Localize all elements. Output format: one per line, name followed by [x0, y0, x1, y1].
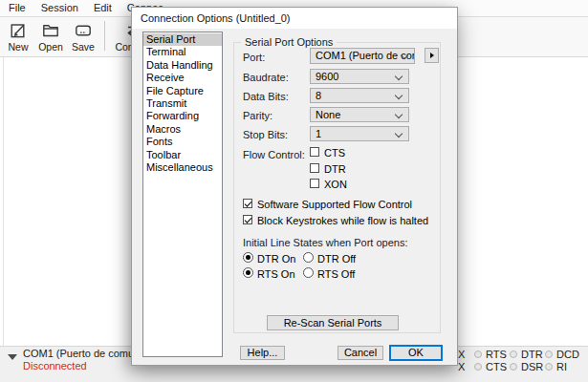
rts-on-label: RTS On: [257, 268, 295, 280]
help-button[interactable]: Help...: [240, 346, 285, 360]
indicator-label: DTR: [521, 349, 543, 360]
indicator-label: X: [458, 361, 465, 372]
parity-value: None: [316, 109, 340, 120]
indicator-label: DCD: [556, 349, 579, 360]
dialog-title: Connection Options (Untitled_0): [132, 8, 457, 29]
ri-led-icon: [545, 363, 553, 371]
software-flow-control-label: Software Supported Flow Control: [257, 199, 412, 210]
chevron-down-icon: [395, 91, 403, 98]
indicator-rts: RTS: [474, 349, 507, 359]
new-document-icon: [9, 21, 28, 40]
block-keystrokes-checkbox[interactable]: [243, 215, 252, 224]
chevron-down-icon: [395, 72, 403, 79]
open-folder-icon: [41, 21, 60, 40]
save-button[interactable]: Save: [67, 17, 99, 56]
stop-bits-label: Stop Bits:: [243, 129, 288, 140]
rts-led-icon: [474, 350, 482, 358]
stop-bits-combobox[interactable]: 1: [310, 126, 409, 141]
rescan-serial-ports-button[interactable]: Re-Scan Serial Ports: [267, 315, 399, 330]
cts-checkbox[interactable]: [310, 147, 319, 157]
category-data-handling[interactable]: Data Handling: [143, 59, 222, 72]
baudrate-label: Baudrate:: [243, 72, 289, 83]
ok-button[interactable]: OK: [389, 345, 443, 361]
category-macros[interactable]: Macros: [143, 123, 222, 136]
dcd-led-icon: [545, 350, 553, 358]
toolbar-button-label: Open: [38, 41, 63, 53]
indicator-ri: RI: [545, 361, 567, 371]
dtr-on-radio[interactable]: [243, 252, 253, 263]
indicator-dcd: DCD: [545, 349, 579, 359]
chevron-down-icon: [395, 129, 403, 137]
xon-checkbox[interactable]: [310, 179, 319, 188]
chevron-down-icon: [395, 110, 403, 117]
terminal-app-window: File Session Edit Connec New Open Save: [0, 0, 588, 382]
port-detail-button[interactable]: [425, 48, 439, 63]
open-button[interactable]: Open: [34, 17, 67, 56]
right-arrow-icon: [430, 53, 434, 58]
dtr-on-label: DTR On: [257, 253, 295, 265]
xon-checkbox-label: XON: [324, 179, 347, 190]
block-keystrokes-label: Block Keystrokes while flow is halted: [257, 215, 428, 226]
indicator-label: RTS: [486, 349, 507, 360]
status-connection-state: Disconnected: [23, 360, 87, 371]
indicator-dsr: DSR: [510, 361, 543, 371]
menu-session[interactable]: Session: [33, 0, 86, 16]
dtr-off-label: DTR Off: [317, 253, 356, 265]
indicator-label: CTS: [486, 361, 507, 372]
menu-file[interactable]: File: [1, 0, 33, 16]
stop-bits-value: 1: [316, 128, 321, 139]
baudrate-value: 9600: [316, 71, 338, 82]
group-title: Serial Port Options: [241, 36, 337, 48]
data-bits-combobox[interactable]: 8: [310, 88, 409, 103]
indicator-dtr: DTR: [510, 349, 543, 359]
data-bits-label: Data Bits:: [243, 91, 289, 102]
indicator-rx: X: [458, 361, 465, 371]
category-fonts[interactable]: Fonts: [143, 136, 222, 148]
category-forwarding[interactable]: Forwarding: [143, 110, 222, 122]
rts-on-radio[interactable]: [243, 267, 253, 278]
indicator-label: X: [458, 349, 465, 360]
rts-off-radio[interactable]: [303, 267, 314, 278]
baudrate-combobox[interactable]: 9600: [310, 69, 409, 84]
category-serial-port[interactable]: Serial Port: [143, 33, 222, 46]
port-combobox[interactable]: COM1 (Puerto de comunic: [310, 48, 415, 64]
menu-edit[interactable]: Edit: [86, 0, 120, 16]
flow-control-label: Flow Control:: [243, 149, 305, 160]
cts-checkbox-label: CTS: [324, 147, 345, 159]
category-terminal[interactable]: Terminal: [143, 46, 222, 58]
save-drive-icon: [74, 21, 93, 40]
toolbar-separator: [104, 21, 105, 51]
category-miscellaneous[interactable]: Miscellaneous: [143, 161, 222, 174]
parity-label: Parity:: [243, 110, 272, 121]
category-transmit[interactable]: Transmit: [143, 97, 222, 110]
cts-led-icon: [474, 363, 482, 371]
dtr-checkbox[interactable]: [310, 163, 319, 173]
line-states-label: Initial Line States when Port opens:: [243, 237, 407, 248]
software-flow-control-checkbox[interactable]: [243, 199, 252, 208]
port-label: Port:: [243, 52, 265, 63]
toolbar-button-label: New: [8, 41, 28, 53]
indicator-label: DSR: [521, 361, 543, 372]
category-file-capture[interactable]: File Capture: [143, 85, 222, 97]
category-toolbar[interactable]: Toolbar: [143, 149, 222, 161]
data-bits-value: 8: [316, 90, 321, 101]
toolbar-button-label: Save: [72, 41, 95, 53]
dtr-off-radio[interactable]: [303, 252, 314, 263]
indicator-cts: CTS: [474, 361, 507, 371]
cancel-button[interactable]: Cancel: [338, 346, 383, 360]
category-listbox[interactable]: Serial Port Terminal Data Handling Recei…: [142, 32, 223, 357]
port-dropdown-icon[interactable]: [8, 354, 17, 360]
new-button[interactable]: New: [2, 17, 34, 56]
connection-options-dialog: Connection Options (Untitled_0) Serial P…: [131, 7, 458, 366]
dsr-led-icon: [510, 363, 517, 371]
indicator-tx: X: [458, 349, 465, 359]
indicator-label: RI: [556, 361, 567, 372]
parity-combobox[interactable]: None: [310, 107, 409, 122]
dtr-checkbox-label: DTR: [324, 163, 346, 175]
dtr-led-icon: [510, 350, 517, 358]
category-receive[interactable]: Receive: [143, 72, 222, 84]
content-edge-line: [3, 57, 4, 346]
rts-off-label: RTS Off: [317, 268, 355, 280]
